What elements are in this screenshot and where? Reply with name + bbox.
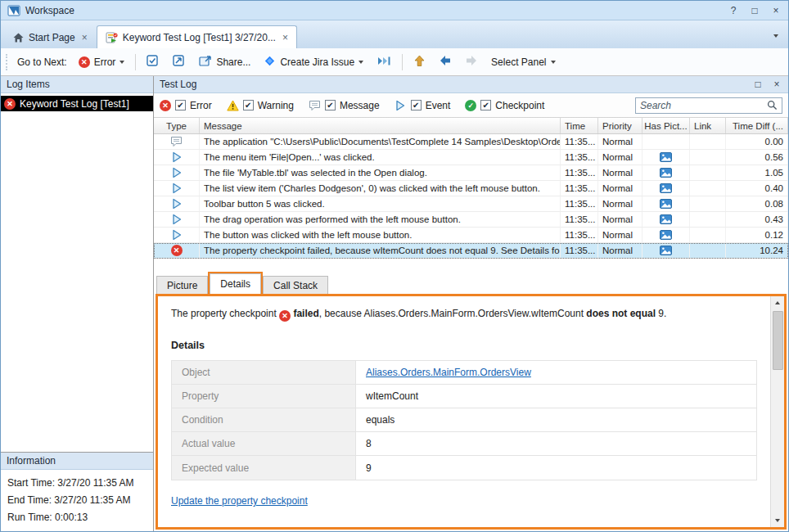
column-header[interactable]: Time	[561, 118, 598, 133]
create-jira-issue-button[interactable]: Create Jira Issue	[259, 52, 368, 73]
select-panel-button[interactable]: Select Panel	[486, 53, 560, 71]
message-icon	[309, 99, 321, 111]
window-controls: ? □ ×	[728, 5, 782, 16]
filter-error[interactable]: ✕✔Error	[160, 100, 212, 111]
details-panel: The property checkpoint ✕ failed, becaus…	[156, 294, 787, 530]
message-cell: The menu item 'File|Open...' was clicked…	[200, 150, 561, 165]
help-button[interactable]: ?	[728, 5, 739, 16]
details-row: Actual value8	[172, 432, 756, 456]
tab-call-stack[interactable]: Call Stack	[263, 276, 328, 294]
log-row[interactable]: The menu item 'File|Open...' was clicked…	[154, 150, 788, 165]
warning-icon	[227, 99, 239, 111]
time-diff-cell: 0.12	[726, 228, 788, 242]
column-header[interactable]: Priority	[598, 118, 642, 133]
test-log-panel: Test Log □ × ✕✔Error✔Warning✔Message✔Eve…	[154, 76, 788, 531]
column-header[interactable]: Message	[200, 118, 561, 133]
picture-icon	[660, 199, 672, 209]
tree-item-keyword-test-log[interactable]: ✕ Keyword Test Log [Test1]	[1, 96, 153, 111]
close-button[interactable]: ×	[770, 5, 782, 16]
has-picture-cell	[642, 228, 690, 242]
jump-to-test-icon	[376, 55, 391, 70]
filter-checkpoint[interactable]: ✓✔Checkpoint	[465, 100, 544, 111]
forward-arrow-icon	[465, 55, 478, 69]
column-header[interactable]: Link	[690, 118, 726, 133]
chevron-down-icon	[119, 61, 124, 64]
type-cell	[154, 212, 200, 227]
picture-icon	[660, 214, 672, 224]
maximize-button[interactable]: □	[749, 5, 760, 16]
checkbox[interactable]: ✔	[243, 100, 254, 110]
error-icon: ✕	[171, 245, 183, 256]
test-log-title: Test Log	[160, 79, 196, 90]
details-label: Property	[172, 385, 356, 408]
checkbox[interactable]: ✔	[411, 100, 422, 110]
filter-bar: ✕✔Error✔Warning✔Message✔Event✓✔Checkpoin…	[154, 93, 788, 118]
log-table-header: TypeMessageTimePriorityHas Pict...LinkTi…	[154, 118, 788, 134]
log-row[interactable]: The list view item ('Charles Dodgeson', …	[154, 181, 788, 196]
close-tab-icon[interactable]: ×	[82, 32, 88, 43]
tab-list-dropdown[interactable]	[767, 25, 785, 43]
filter-message[interactable]: ✔Message	[309, 99, 380, 111]
tab-keyword-test-log[interactable]: Keyword Test Log [Test1] 3/27/20... ×	[97, 25, 297, 48]
log-row[interactable]: The application "C:\Users\Public\Documen…	[154, 134, 788, 150]
details-row: Conditionequals	[172, 408, 756, 432]
log-row[interactable]: ✕The property checkpoint failed, because…	[154, 243, 788, 259]
column-header[interactable]: Has Pict...	[642, 118, 690, 133]
scroll-up-button[interactable]	[771, 296, 784, 309]
scroll-down-button[interactable]	[771, 514, 784, 527]
chevron-down-icon	[358, 61, 363, 64]
filter-warning[interactable]: ✔Warning	[227, 99, 294, 111]
maximize-panel-button[interactable]: □	[752, 79, 764, 90]
up-arrow-icon	[413, 55, 426, 70]
close-panel-button[interactable]: ×	[771, 79, 782, 90]
filter-event[interactable]: ✔Event	[394, 99, 451, 111]
time-cell: 11:35...	[561, 165, 598, 180]
update-checkpoint-link[interactable]: Update the property checkpoint	[171, 495, 308, 507]
up-one-level-button[interactable]	[408, 52, 431, 73]
details-object-link[interactable]: Aliases.Orders.MainForm.OrdersView	[366, 367, 531, 378]
close-tab-icon[interactable]: ×	[282, 32, 288, 43]
has-picture-cell	[642, 134, 690, 149]
search-input[interactable]	[640, 100, 767, 111]
share-button[interactable]: Share...	[194, 52, 255, 73]
back-arrow-icon	[439, 55, 452, 69]
tab-label: Keyword Test Log [Test1] 3/27/20...	[123, 32, 276, 43]
column-header[interactable]: Time Diff (...	[726, 118, 788, 133]
checkbox[interactable]: ✔	[480, 100, 491, 110]
tab-picture[interactable]: Picture	[156, 276, 208, 294]
export-results-button[interactable]	[168, 52, 191, 73]
log-table: TypeMessageTimePriorityHas Pict...LinkTi…	[154, 118, 788, 272]
tab-details[interactable]: Details	[210, 273, 261, 294]
details-value: 8	[356, 432, 756, 455]
priority-cell: Normal	[598, 212, 642, 227]
column-header[interactable]: Type	[154, 118, 200, 133]
summary-failed: failed	[293, 308, 318, 319]
log-row[interactable]: The drag operation was performed with th…	[154, 212, 788, 228]
event-icon	[170, 183, 183, 195]
checkbox[interactable]: ✔	[175, 100, 186, 110]
checkbox[interactable]: ✔	[325, 100, 336, 110]
tab-start-page[interactable]: Start Page ×	[4, 25, 97, 48]
picture-icon	[660, 246, 672, 255]
compare-results-button[interactable]	[142, 52, 165, 73]
filter-label: Checkpoint	[495, 100, 544, 111]
details-scrollbar[interactable]	[770, 296, 784, 527]
error-button-label: Error	[94, 56, 116, 68]
priority-cell: Normal	[598, 134, 642, 149]
next-result-button[interactable]	[460, 52, 483, 72]
log-items-panel: Log Items ✕ Keyword Test Log [Test1] Inf…	[1, 76, 154, 531]
picture-icon	[660, 230, 672, 240]
summary-text: 9.	[656, 308, 666, 319]
test-log-icon	[106, 32, 118, 43]
log-row[interactable]: The file 'MyTable.tbl' was selected in t…	[154, 165, 788, 181]
scroll-thumb[interactable]	[773, 311, 783, 370]
toolbar-grip[interactable]	[6, 54, 9, 70]
link-cell	[690, 181, 726, 196]
log-row[interactable]: Toolbar button 5 was clicked.11:35...Nor…	[154, 196, 788, 212]
test-log-header: Test Log □ ×	[154, 76, 788, 93]
previous-result-button[interactable]	[434, 52, 457, 72]
go-to-next-error-button[interactable]: ✕ Error	[74, 53, 130, 71]
link-cell	[690, 212, 726, 227]
log-row[interactable]: The button was clicked with the left mou…	[154, 228, 788, 243]
jump-to-test-button[interactable]	[372, 52, 396, 73]
